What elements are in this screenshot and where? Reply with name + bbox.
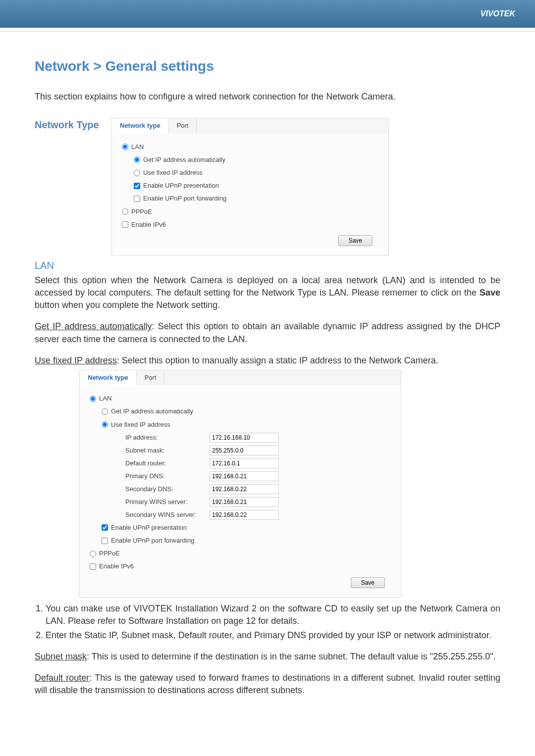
use-fixed-radio[interactable] <box>134 170 140 176</box>
ip-address-input[interactable] <box>210 433 279 443</box>
upnp-pres-row-2: Enable UPnP presentation <box>90 521 391 534</box>
page-title: Network > General settings <box>35 56 500 76</box>
use-fixed-label-2: Use fixed IP address <box>111 420 170 429</box>
get-ip-auto-label-2: Get IP address automatically <box>111 407 193 416</box>
panel1-body: LAN Get IP address automatically Use fix… <box>112 134 388 255</box>
subnet-mask-input[interactable] <box>210 446 279 455</box>
intro-text: This section explains how to configure a… <box>35 91 500 103</box>
save-row-2: Save <box>90 573 391 592</box>
ipv6-row-2: Enable IPv6 <box>90 560 391 573</box>
panel2-body: LAN Get IP address automatically Use fix… <box>80 385 401 597</box>
save-button-2[interactable]: Save <box>351 577 385 588</box>
subnet-mask-row: Subnet mask: <box>90 444 391 457</box>
default-router-input[interactable] <box>210 458 279 468</box>
lan-desc-part1: Select this option when the Network Came… <box>35 275 500 298</box>
use-fixed-label: Use fixed IP address <box>143 168 203 177</box>
save-row-1: Save <box>122 231 378 250</box>
network-panel-1: Network type Port LAN Get IP address aut… <box>111 118 389 255</box>
secondary-wins-input[interactable] <box>210 510 279 520</box>
use-fixed-radio-2[interactable] <box>102 421 108 428</box>
lan-radio-label: LAN <box>131 143 144 151</box>
upnp-fwd-row: Enable UPnP port forwarding <box>122 192 378 205</box>
default-router-label: Default router: <box>125 459 210 468</box>
get-ip-auto-paragraph: Get IP address automatically: Select thi… <box>35 320 500 345</box>
lan-option-row: LAN <box>122 141 378 153</box>
primary-dns-label: Primary DNS: <box>125 472 210 481</box>
lan-radio-label-2: LAN <box>99 394 111 403</box>
upnp-fwd-checkbox-2[interactable] <box>102 538 108 544</box>
panel2-tabs: Network type Port <box>80 370 401 385</box>
ip-address-label: IP address: <box>125 433 210 442</box>
secondary-dns-input[interactable] <box>210 484 279 494</box>
network-type-row: Network Type Network type Port LAN Get I… <box>35 118 500 255</box>
lan-radio[interactable] <box>122 144 128 150</box>
pppoe-label-2: PPPoE <box>99 549 120 558</box>
use-fixed-row-2: Use fixed IP address <box>90 418 391 431</box>
default-router-paragraph: Default router: This is the gateway used… <box>35 672 500 697</box>
pppoe-radio[interactable] <box>122 208 128 215</box>
primary-wins-row: Primary WINS server: <box>90 496 391 508</box>
subnet-desc: : This is used to determine if the desti… <box>87 652 496 661</box>
use-fixed-desc: : Select this option to manually assign … <box>117 355 438 365</box>
upnp-fwd-checkbox[interactable] <box>134 196 140 202</box>
list-item: You can make use of VIVOTEK Installation… <box>46 603 500 627</box>
header-bar: VIVOTEK <box>0 0 535 28</box>
default-router-desc: : This is the gateway used to forward fr… <box>35 673 500 695</box>
get-ip-auto-row-2: Get IP address automatically <box>90 405 391 418</box>
lan-option-row-2: LAN <box>90 392 391 405</box>
ipv6-label: Enable IPv6 <box>131 220 166 229</box>
secondary-wins-row: Secondary WINS server: <box>90 508 391 521</box>
lan-description: Select this option when the Network Came… <box>35 274 500 312</box>
lan-desc-part2: button when you complete the Network set… <box>35 300 220 310</box>
upnp-pres-checkbox-2[interactable] <box>102 524 108 531</box>
use-fixed-underline: Use fixed IP address <box>35 355 117 365</box>
tab-port[interactable]: Port <box>169 118 197 133</box>
default-router-underline: Default router <box>35 673 89 683</box>
pppoe-label: PPPoE <box>131 207 152 216</box>
upnp-fwd-label-2: Enable UPnP port forwarding <box>111 536 194 545</box>
list-item: Enter the Static IP, Subnet mask, Defaul… <box>46 629 500 642</box>
upnp-pres-label: Enable UPnP presentation <box>143 181 219 190</box>
subnet-paragraph: Subnet mask: This is used to determine i… <box>35 651 500 663</box>
ipv6-checkbox[interactable] <box>122 221 128 228</box>
lan-section-label: LAN <box>35 258 500 272</box>
get-ip-auto-row: Get IP address automatically <box>122 153 378 166</box>
pppoe-radio-2[interactable] <box>90 551 96 557</box>
use-fixed-row: Use fixed IP address <box>122 166 378 179</box>
ipv6-checkbox-2[interactable] <box>90 563 96 570</box>
secondary-dns-label: Secondary DNS: <box>125 485 210 494</box>
primary-dns-row: Primary DNS: <box>90 470 391 483</box>
network-type-label: Network Type <box>35 118 111 132</box>
primary-wins-label: Primary WINS server: <box>125 498 210 506</box>
tab-network-type[interactable]: Network type <box>112 118 169 133</box>
upnp-pres-checkbox[interactable] <box>134 183 140 189</box>
ipv6-row: Enable IPv6 <box>122 218 378 231</box>
panel1-tabs: Network type Port <box>112 118 388 133</box>
save-button[interactable]: Save <box>338 235 373 246</box>
brand-label: VIVOTEK <box>481 9 515 18</box>
get-ip-auto-label: Get IP address automatically <box>143 155 225 164</box>
subnet-mask-label: Subnet mask: <box>125 446 210 455</box>
network-panel-2: Network type Port LAN Get IP address aut… <box>79 370 401 598</box>
primary-wins-input[interactable] <box>210 497 279 507</box>
use-fixed-paragraph: Use fixed IP address: Select this option… <box>35 354 500 367</box>
get-ip-auto-radio[interactable] <box>134 156 140 163</box>
tab-network-type-2[interactable]: Network type <box>80 370 137 385</box>
get-ip-auto-underline: Get IP address automatically <box>35 321 152 331</box>
pppoe-row: PPPoE <box>122 205 378 218</box>
secondary-wins-label: Secondary WINS server: <box>125 510 210 519</box>
upnp-pres-row: Enable UPnP presentation <box>122 179 378 192</box>
primary-dns-input[interactable] <box>210 471 279 481</box>
upnp-fwd-label: Enable UPnP port forwarding <box>143 194 226 203</box>
default-router-row: Default router: <box>90 457 391 470</box>
ipv6-label-2: Enable IPv6 <box>99 562 134 571</box>
upnp-fwd-row-2: Enable UPnP port forwarding <box>90 534 391 547</box>
tab-port-2[interactable]: Port <box>137 370 165 385</box>
get-ip-auto-radio-2[interactable] <box>102 408 108 415</box>
lan-radio-2[interactable] <box>90 396 96 402</box>
subnet-underline: Subnet mask <box>35 652 87 661</box>
instruction-list: You can make use of VIVOTEK Installation… <box>35 603 500 642</box>
upnp-pres-label-2: Enable UPnP presentation <box>111 523 187 532</box>
header-divider <box>0 28 535 32</box>
secondary-dns-row: Secondary DNS: <box>90 483 391 496</box>
